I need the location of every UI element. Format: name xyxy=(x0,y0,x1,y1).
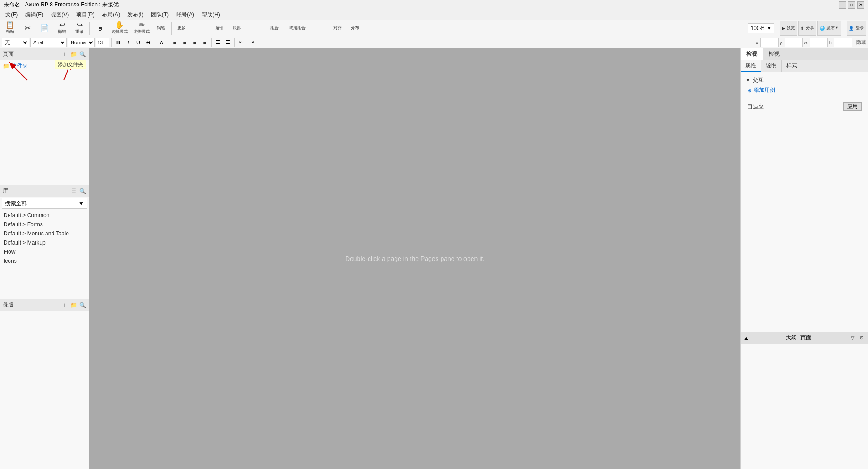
weight-select[interactable]: Normal xyxy=(68,38,95,47)
copy-button[interactable]: 📄 xyxy=(36,21,53,36)
format-sep-3 xyxy=(168,38,168,47)
group-button[interactable]: 顶部 xyxy=(211,21,228,36)
share-button[interactable]: ⬆ 分享 xyxy=(798,21,816,36)
more-button[interactable]: 钢笔 xyxy=(153,21,169,36)
distribute-label: 组合 xyxy=(270,25,279,31)
align-left-button[interactable]: ≡ xyxy=(170,38,179,47)
publish-icon: 🌐 xyxy=(820,26,825,31)
tab-inspect-1[interactable]: 检视 xyxy=(741,48,763,60)
cut-button[interactable]: ✂ xyxy=(19,21,36,36)
library-search-icon[interactable]: 🔍 xyxy=(79,188,86,195)
style-select[interactable]: 无 xyxy=(2,38,29,47)
folder-name: 文件夹 xyxy=(11,62,28,70)
add-master-icon[interactable]: + xyxy=(61,302,68,309)
coord-h-input[interactable] xyxy=(834,38,852,47)
redo-icon: ↪ xyxy=(77,21,83,29)
list-item-flow[interactable]: Flow xyxy=(0,247,89,256)
list-item[interactable]: Default > Forms xyxy=(0,220,89,229)
align-right-button[interactable]: ≡ xyxy=(190,38,199,47)
masters-search-icon[interactable]: 🔍 xyxy=(79,302,86,309)
font-color-button[interactable]: A xyxy=(157,38,166,47)
outline-filter-icon[interactable]: ▽ xyxy=(849,334,856,342)
font-size-input[interactable] xyxy=(96,38,109,47)
indent-decrease-button[interactable]: ⇤ xyxy=(237,38,246,47)
pen-icon: ✏ xyxy=(139,21,145,29)
align-center-button[interactable]: ≡ xyxy=(180,38,189,47)
list-item[interactable]: Default > Common xyxy=(0,211,89,220)
menu-file[interactable]: 文(F) xyxy=(2,10,21,20)
font-select[interactable]: Arial xyxy=(30,38,67,47)
library-menu-icon[interactable]: ☰ xyxy=(70,188,77,195)
list-item[interactable]: Default > Markup xyxy=(0,238,89,247)
indent-increase-button[interactable]: ⇥ xyxy=(247,38,256,47)
menu-help[interactable]: 帮助(H) xyxy=(198,10,224,20)
redo-button[interactable]: ↪ 重做 xyxy=(71,21,88,36)
list-ordered-button[interactable]: ☰ xyxy=(223,38,233,47)
login-button[interactable]: 👤 登录 xyxy=(847,21,866,36)
apply-button[interactable]: 应用 xyxy=(843,102,862,111)
coord-x-input[interactable] xyxy=(760,38,779,47)
connect-mode-button[interactable]: ✋ 选择模式 xyxy=(109,21,130,36)
preview-button[interactable]: ▶ 预览 xyxy=(780,21,797,36)
chevron-down-icon: ▼ xyxy=(745,77,751,83)
undo-button[interactable]: ↩ 撤销 xyxy=(54,21,70,36)
share-label: 分享 xyxy=(806,25,814,31)
add-case-link[interactable]: 添加用例 xyxy=(754,86,775,94)
pages-content: 📁 文件夹 xyxy=(0,60,89,185)
cut-icon: ✂ xyxy=(25,25,31,32)
align-justify-button[interactable]: ≡ xyxy=(200,38,209,47)
tab-style[interactable]: 样式 xyxy=(782,60,802,72)
unlock-button[interactable] xyxy=(309,21,325,36)
interaction-section[interactable]: ▼ 交互 xyxy=(743,75,865,85)
coord-y-input[interactable] xyxy=(785,38,803,47)
menu-project[interactable]: 项目(P) xyxy=(73,10,98,20)
add-folder-icon[interactable]: 📁 添加文件夹 xyxy=(70,51,77,58)
library-dropdown[interactable]: 搜索全部 ▼ xyxy=(2,198,87,209)
menu-publish[interactable]: 发布(I) xyxy=(124,10,147,20)
distribute-button[interactable]: 组合 xyxy=(266,21,283,36)
list-unordered-button[interactable]: ☰ xyxy=(213,38,223,47)
pages-search-icon[interactable]: 🔍 xyxy=(79,51,86,58)
menu-view[interactable]: 视图(V) xyxy=(47,10,73,20)
left-button[interactable]: 对齐 xyxy=(329,21,346,36)
paste-button[interactable]: 📋 粘贴 xyxy=(2,21,18,36)
close-button[interactable]: ✕ xyxy=(857,1,864,9)
menu-team[interactable]: 团队(T) xyxy=(147,10,172,20)
strike-button[interactable]: S xyxy=(144,38,153,47)
tab-description[interactable]: 说明 xyxy=(761,60,782,72)
select-mode-button[interactable]: 🖱 xyxy=(92,21,108,36)
collapse-icon: ▲ xyxy=(743,335,749,341)
minimize-button[interactable]: — xyxy=(839,1,846,9)
coord-x-label: x: xyxy=(756,40,760,45)
list-item[interactable]: Default > Menus and Table xyxy=(0,229,89,238)
right-button[interactable]: 分布 xyxy=(347,21,363,36)
coord-w-input[interactable] xyxy=(810,38,828,47)
coord-y-label: y: xyxy=(780,40,784,45)
masters-title: 母版 xyxy=(3,301,14,309)
list-item-icons[interactable]: Icons xyxy=(0,256,89,266)
menu-account[interactable]: 账号(A) xyxy=(172,10,198,20)
add-page-icon[interactable]: + xyxy=(61,51,68,58)
italic-button[interactable]: I xyxy=(124,38,133,47)
toolbar: 📋 粘贴 ✂ 📄 ↩ 撤销 ↪ 重做 🖱 ✋ 选择模式 ✏ 连接模式 钢笔 更多… xyxy=(0,20,868,36)
menu-edit[interactable]: 编辑(E) xyxy=(21,10,47,20)
outline-header: ▲ 大纲 页面 ▽ ⚙ xyxy=(741,332,868,344)
menu-layout[interactable]: 布局(A) xyxy=(98,10,124,20)
underline-button[interactable]: U xyxy=(134,38,143,47)
top-button[interactable]: 更多 xyxy=(173,21,190,36)
pen-button[interactable]: ✏ 连接模式 xyxy=(131,21,152,36)
publish-button[interactable]: 🌐 发布▼ xyxy=(817,21,841,36)
tab-properties[interactable]: 属性 xyxy=(741,60,761,72)
lock-button[interactable]: 取消组合 xyxy=(287,21,308,36)
bold-button[interactable]: B xyxy=(114,38,123,47)
ungroup-button[interactable]: 底部 xyxy=(229,21,245,36)
zoom-display[interactable]: 100% ▼ xyxy=(748,23,774,33)
connect-label: 选择模式 xyxy=(111,29,128,35)
bottom-button[interactable] xyxy=(191,21,207,36)
align-button[interactable] xyxy=(249,21,265,36)
tab-inspect-2[interactable]: 检视 xyxy=(763,48,785,60)
user-icon: 👤 xyxy=(849,26,854,31)
outline-settings-icon[interactable]: ⚙ xyxy=(858,334,865,342)
maximize-button[interactable]: □ xyxy=(848,1,855,9)
masters-folder-icon[interactable]: 📁 xyxy=(70,302,77,309)
